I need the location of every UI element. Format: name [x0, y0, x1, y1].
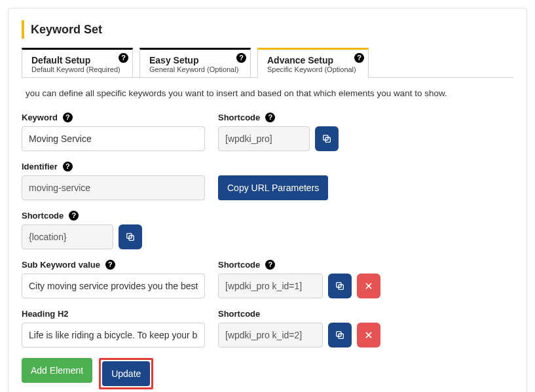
help-icon[interactable]: ? [236, 53, 246, 63]
row-sub-keyword: Sub Keyword value ? Shortcode ? [22, 260, 513, 298]
label-shortcode: Shortcode [22, 211, 64, 221]
label-identifier: Identifier [22, 162, 58, 171]
delete-button[interactable] [357, 274, 380, 298]
help-icon[interactable]: ? [69, 211, 79, 221]
shortcode-location-input[interactable] [22, 224, 113, 249]
row-identifier: Identifier ? Copy URL Parameters [22, 162, 513, 200]
update-highlight: Update [99, 358, 153, 389]
delete-button[interactable] [357, 323, 380, 347]
sub-keyword-input[interactable] [22, 274, 205, 298]
copy-shortcode-button[interactable] [328, 274, 352, 298]
row-heading-h2: Heading H2 Shortcode [22, 309, 513, 347]
label-shortcode: Shortcode [218, 113, 260, 122]
copy-shortcode-button[interactable] [328, 323, 352, 347]
section-title-wrap: Keyword Set [22, 20, 513, 39]
field-identifier: Identifier ? [22, 162, 205, 200]
help-icon[interactable]: ? [63, 113, 73, 122]
description-text: you can define all specific keywords you… [26, 88, 513, 98]
keyword-set-panel: Keyword Set Default Setup Default Keywor… [8, 8, 527, 392]
shortcode-sub-input[interactable] [218, 274, 323, 298]
actions-row: Add Element Update [22, 358, 513, 389]
tab-title: Default Setup [31, 55, 123, 65]
tab-easy-setup[interactable]: Easy Setup General Keyword (Optional) ? [139, 48, 251, 77]
help-icon[interactable]: ? [105, 260, 115, 270]
copy-icon [125, 232, 136, 242]
field-sub-keyword: Sub Keyword value ? [22, 260, 205, 298]
heading-h2-input[interactable] [22, 323, 205, 347]
tab-title: Advance Setup [267, 55, 359, 65]
tab-subtitle: Default Keyword (Required) [31, 65, 123, 73]
section-title: Keyword Set [31, 23, 102, 37]
field-shortcode-h2: Shortcode [218, 309, 380, 347]
tab-subtitle: General Keyword (Optional) [149, 65, 241, 73]
row-keyword: Keyword ? Shortcode ? [22, 113, 513, 151]
tab-title: Easy Setup [149, 55, 241, 65]
label-heading-h2: Heading H2 [22, 309, 69, 319]
field-shortcode-location: Shortcode ? [22, 211, 142, 249]
tab-advance-setup[interactable]: Advance Setup Specific Keyword (Optional… [257, 48, 369, 78]
label-sub-keyword: Sub Keyword value [22, 260, 100, 270]
tabs: Default Setup Default Keyword (Required)… [22, 48, 513, 78]
field-heading-h2: Heading H2 [22, 309, 205, 347]
identifier-input[interactable] [22, 175, 205, 200]
tab-subtitle: Specific Keyword (Optional) [267, 65, 359, 73]
copy-shortcode-button[interactable] [315, 126, 339, 151]
help-icon[interactable]: ? [63, 162, 73, 171]
help-icon[interactable]: ? [119, 53, 128, 63]
close-icon [364, 330, 373, 340]
copy-url-parameters-button[interactable]: Copy URL Parameters [218, 175, 328, 200]
label-keyword: Keyword [22, 113, 58, 122]
shortcode-main-input[interactable] [218, 126, 310, 151]
update-button[interactable]: Update [102, 361, 150, 386]
field-keyword: Keyword ? [22, 113, 205, 151]
shortcode-h2-input[interactable] [218, 323, 323, 347]
row-shortcode-location: Shortcode ? [22, 211, 513, 249]
keyword-input[interactable] [22, 126, 205, 151]
copy-icon [335, 281, 345, 291]
copy-shortcode-button[interactable] [119, 224, 142, 249]
field-shortcode-sub: Shortcode ? [218, 260, 380, 298]
field-shortcode-main: Shortcode ? [218, 113, 339, 151]
tab-default-setup[interactable]: Default Setup Default Keyword (Required)… [22, 48, 133, 77]
label-shortcode: Shortcode [218, 260, 260, 270]
copy-icon [322, 134, 332, 144]
copy-icon [335, 330, 345, 340]
label-shortcode: Shortcode [218, 309, 260, 319]
help-icon[interactable]: ? [354, 53, 364, 63]
help-icon[interactable]: ? [265, 260, 275, 270]
close-icon [364, 281, 373, 291]
add-element-button[interactable]: Add Element [22, 358, 92, 383]
field-copy-url: Copy URL Parameters [218, 175, 328, 200]
help-icon[interactable]: ? [265, 113, 275, 122]
accent-bar [22, 20, 24, 39]
